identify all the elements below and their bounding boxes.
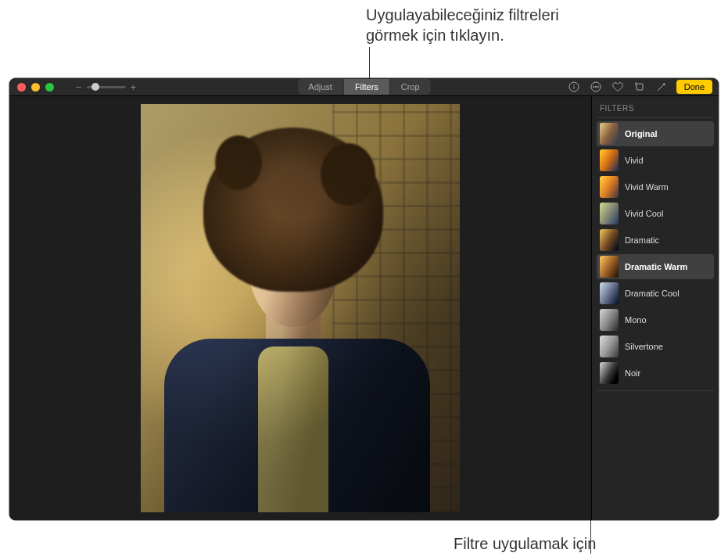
zoom-in-icon: + bbox=[131, 81, 137, 93]
filter-label: Noir bbox=[625, 368, 640, 378]
minimize-window-button[interactable] bbox=[31, 83, 40, 92]
panel-separator bbox=[597, 390, 714, 391]
filter-dramatic-warm[interactable]: Dramatic Warm bbox=[597, 254, 714, 279]
zoom-track[interactable] bbox=[87, 86, 126, 88]
filters-panel: FILTERS Original Vivid Vivid Warm Vivid … bbox=[591, 96, 719, 520]
filter-original[interactable]: Original bbox=[597, 121, 714, 146]
editor-body: FILTERS Original Vivid Vivid Warm Vivid … bbox=[9, 96, 719, 520]
filter-label: Original bbox=[625, 129, 658, 138]
zoom-slider[interactable]: − + bbox=[76, 81, 136, 93]
filter-label: Dramatic Warm bbox=[625, 262, 687, 271]
filter-thumb-vivid-cool bbox=[600, 203, 619, 224]
photo-canvas-area bbox=[9, 96, 591, 520]
filter-label: Dramatic bbox=[625, 235, 659, 245]
callout-filters-tab: Uygulayabileceğiniz filtreleri görmek iç… bbox=[366, 5, 559, 45]
wand-icon[interactable] bbox=[654, 80, 669, 94]
filter-thumb-dramatic-warm bbox=[600, 256, 619, 278]
filter-noir[interactable]: Noir bbox=[597, 361, 714, 386]
svg-point-6 bbox=[597, 86, 598, 87]
filter-thumb-vivid-warm bbox=[600, 176, 619, 198]
callout-line-top bbox=[369, 47, 370, 80]
filter-thumb-dramatic bbox=[600, 229, 619, 251]
filter-label: Vivid Cool bbox=[625, 209, 663, 218]
rotate-icon[interactable] bbox=[633, 80, 647, 94]
svg-point-2 bbox=[573, 84, 574, 85]
filter-vivid-warm[interactable]: Vivid Warm bbox=[597, 174, 714, 199]
more-icon[interactable] bbox=[589, 80, 603, 94]
info-icon[interactable] bbox=[567, 80, 581, 94]
zoom-thumb[interactable] bbox=[91, 83, 99, 91]
close-window-button[interactable] bbox=[17, 83, 26, 92]
photos-edit-window: − + Adjust Filters Crop bbox=[9, 78, 719, 520]
filter-dramatic-cool[interactable]: Dramatic Cool bbox=[597, 281, 714, 306]
zoom-out-icon: − bbox=[76, 81, 82, 93]
tab-filters[interactable]: Filters bbox=[344, 79, 390, 95]
filter-list: Original Vivid Vivid Warm Vivid Cool Dra bbox=[597, 121, 714, 386]
svg-point-5 bbox=[595, 86, 596, 87]
tab-adjust[interactable]: Adjust bbox=[297, 79, 344, 95]
edited-photo[interactable] bbox=[141, 104, 460, 512]
edit-mode-tabs: Adjust Filters Crop bbox=[297, 79, 430, 95]
filter-label: Vivid bbox=[625, 156, 644, 165]
callout-apply-filter: Filtre uygulamak için bbox=[454, 533, 596, 554]
heart-icon[interactable] bbox=[611, 80, 625, 94]
filter-thumb-original bbox=[600, 123, 619, 145]
svg-point-4 bbox=[593, 86, 594, 87]
filter-dramatic[interactable]: Dramatic bbox=[597, 228, 714, 253]
filter-label: Silvertone bbox=[625, 342, 663, 351]
filter-thumb-silvertone bbox=[600, 336, 619, 357]
filter-vivid[interactable]: Vivid bbox=[597, 148, 714, 173]
filter-thumb-vivid bbox=[600, 149, 619, 171]
window-controls bbox=[17, 83, 54, 92]
window-titlebar: − + Adjust Filters Crop bbox=[9, 78, 719, 96]
done-button[interactable]: Done bbox=[676, 80, 712, 94]
svg-rect-7 bbox=[637, 84, 643, 90]
filter-mono[interactable]: Mono bbox=[597, 307, 714, 332]
filter-thumb-mono bbox=[600, 309, 619, 331]
filter-vivid-cool[interactable]: Vivid Cool bbox=[597, 201, 714, 226]
tab-crop[interactable]: Crop bbox=[390, 79, 431, 95]
filter-label: Dramatic Cool bbox=[625, 289, 680, 298]
filter-label: Mono bbox=[625, 315, 647, 325]
toolbar-right-controls: Done bbox=[567, 80, 712, 94]
fullscreen-window-button[interactable] bbox=[45, 83, 54, 92]
filter-thumb-dramatic-cool bbox=[600, 282, 619, 304]
filter-label: Vivid Warm bbox=[625, 182, 669, 192]
filter-silvertone[interactable]: Silvertone bbox=[597, 334, 714, 359]
filters-panel-header: FILTERS bbox=[597, 102, 714, 118]
filter-thumb-noir bbox=[600, 362, 619, 384]
